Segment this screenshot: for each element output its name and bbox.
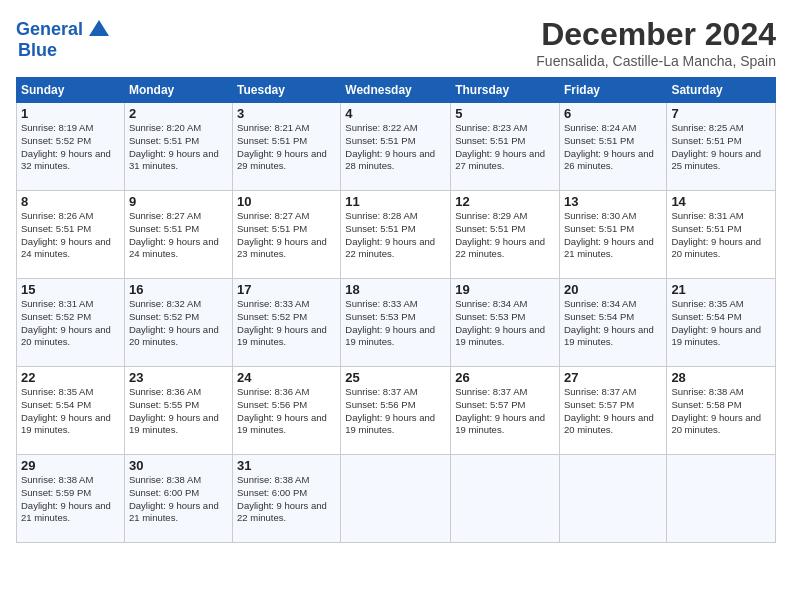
header-tuesday: Tuesday [233, 78, 341, 103]
day-number: 28 [671, 370, 771, 385]
day-number: 25 [345, 370, 446, 385]
calendar-cell: 6Sunrise: 8:24 AMSunset: 5:51 PMDaylight… [559, 103, 666, 191]
day-number: 3 [237, 106, 336, 121]
calendar-cell [559, 455, 666, 543]
page-header: General Blue December 2024 Fuensalida, C… [16, 16, 776, 69]
calendar-cell: 24Sunrise: 8:36 AMSunset: 5:56 PMDayligh… [233, 367, 341, 455]
header-monday: Monday [124, 78, 232, 103]
calendar-cell: 2Sunrise: 8:20 AMSunset: 5:51 PMDaylight… [124, 103, 232, 191]
day-number: 29 [21, 458, 120, 473]
day-info: Sunrise: 8:37 AMSunset: 5:57 PMDaylight:… [455, 386, 555, 437]
day-number: 13 [564, 194, 662, 209]
day-number: 18 [345, 282, 446, 297]
day-number: 19 [455, 282, 555, 297]
day-info: Sunrise: 8:23 AMSunset: 5:51 PMDaylight:… [455, 122, 555, 173]
day-number: 5 [455, 106, 555, 121]
calendar-cell: 15Sunrise: 8:31 AMSunset: 5:52 PMDayligh… [17, 279, 125, 367]
location: Fuensalida, Castille-La Mancha, Spain [536, 53, 776, 69]
day-info: Sunrise: 8:25 AMSunset: 5:51 PMDaylight:… [671, 122, 771, 173]
day-number: 12 [455, 194, 555, 209]
day-info: Sunrise: 8:22 AMSunset: 5:51 PMDaylight:… [345, 122, 446, 173]
calendar-cell [451, 455, 560, 543]
logo-icon [85, 16, 113, 44]
calendar-table: Sunday Monday Tuesday Wednesday Thursday… [16, 77, 776, 543]
day-number: 30 [129, 458, 228, 473]
day-number: 10 [237, 194, 336, 209]
calendar-week-4: 22Sunrise: 8:35 AMSunset: 5:54 PMDayligh… [17, 367, 776, 455]
day-info: Sunrise: 8:30 AMSunset: 5:51 PMDaylight:… [564, 210, 662, 261]
day-info: Sunrise: 8:37 AMSunset: 5:56 PMDaylight:… [345, 386, 446, 437]
calendar-cell: 17Sunrise: 8:33 AMSunset: 5:52 PMDayligh… [233, 279, 341, 367]
calendar-cell: 9Sunrise: 8:27 AMSunset: 5:51 PMDaylight… [124, 191, 232, 279]
calendar-cell: 13Sunrise: 8:30 AMSunset: 5:51 PMDayligh… [559, 191, 666, 279]
calendar-cell: 3Sunrise: 8:21 AMSunset: 5:51 PMDaylight… [233, 103, 341, 191]
calendar-header-row: Sunday Monday Tuesday Wednesday Thursday… [17, 78, 776, 103]
day-info: Sunrise: 8:27 AMSunset: 5:51 PMDaylight:… [129, 210, 228, 261]
calendar-cell: 1Sunrise: 8:19 AMSunset: 5:52 PMDaylight… [17, 103, 125, 191]
header-wednesday: Wednesday [341, 78, 451, 103]
day-number: 1 [21, 106, 120, 121]
calendar-cell: 16Sunrise: 8:32 AMSunset: 5:52 PMDayligh… [124, 279, 232, 367]
day-info: Sunrise: 8:34 AMSunset: 5:53 PMDaylight:… [455, 298, 555, 349]
page-container: General Blue December 2024 Fuensalida, C… [0, 0, 792, 551]
day-info: Sunrise: 8:33 AMSunset: 5:52 PMDaylight:… [237, 298, 336, 349]
calendar-cell [667, 455, 776, 543]
calendar-cell: 29Sunrise: 8:38 AMSunset: 5:59 PMDayligh… [17, 455, 125, 543]
logo: General Blue [16, 16, 113, 61]
day-info: Sunrise: 8:38 AMSunset: 5:59 PMDaylight:… [21, 474, 120, 525]
day-number: 6 [564, 106, 662, 121]
day-number: 15 [21, 282, 120, 297]
calendar-week-2: 8Sunrise: 8:26 AMSunset: 5:51 PMDaylight… [17, 191, 776, 279]
calendar-cell: 20Sunrise: 8:34 AMSunset: 5:54 PMDayligh… [559, 279, 666, 367]
day-info: Sunrise: 8:38 AMSunset: 6:00 PMDaylight:… [237, 474, 336, 525]
calendar-cell: 28Sunrise: 8:38 AMSunset: 5:58 PMDayligh… [667, 367, 776, 455]
day-number: 23 [129, 370, 228, 385]
calendar-cell: 26Sunrise: 8:37 AMSunset: 5:57 PMDayligh… [451, 367, 560, 455]
day-info: Sunrise: 8:26 AMSunset: 5:51 PMDaylight:… [21, 210, 120, 261]
calendar-cell: 22Sunrise: 8:35 AMSunset: 5:54 PMDayligh… [17, 367, 125, 455]
day-info: Sunrise: 8:38 AMSunset: 6:00 PMDaylight:… [129, 474, 228, 525]
calendar-cell: 5Sunrise: 8:23 AMSunset: 5:51 PMDaylight… [451, 103, 560, 191]
calendar-week-5: 29Sunrise: 8:38 AMSunset: 5:59 PMDayligh… [17, 455, 776, 543]
calendar-cell: 23Sunrise: 8:36 AMSunset: 5:55 PMDayligh… [124, 367, 232, 455]
day-info: Sunrise: 8:29 AMSunset: 5:51 PMDaylight:… [455, 210, 555, 261]
calendar-cell: 19Sunrise: 8:34 AMSunset: 5:53 PMDayligh… [451, 279, 560, 367]
calendar-cell: 11Sunrise: 8:28 AMSunset: 5:51 PMDayligh… [341, 191, 451, 279]
day-info: Sunrise: 8:31 AMSunset: 5:52 PMDaylight:… [21, 298, 120, 349]
day-number: 17 [237, 282, 336, 297]
calendar-cell: 4Sunrise: 8:22 AMSunset: 5:51 PMDaylight… [341, 103, 451, 191]
month-title: December 2024 [536, 16, 776, 53]
day-number: 2 [129, 106, 228, 121]
day-number: 24 [237, 370, 336, 385]
day-number: 27 [564, 370, 662, 385]
day-number: 4 [345, 106, 446, 121]
logo-text: General [16, 20, 83, 40]
day-info: Sunrise: 8:34 AMSunset: 5:54 PMDaylight:… [564, 298, 662, 349]
day-info: Sunrise: 8:27 AMSunset: 5:51 PMDaylight:… [237, 210, 336, 261]
day-info: Sunrise: 8:20 AMSunset: 5:51 PMDaylight:… [129, 122, 228, 173]
day-number: 26 [455, 370, 555, 385]
header-thursday: Thursday [451, 78, 560, 103]
day-number: 31 [237, 458, 336, 473]
day-info: Sunrise: 8:19 AMSunset: 5:52 PMDaylight:… [21, 122, 120, 173]
day-number: 16 [129, 282, 228, 297]
title-section: December 2024 Fuensalida, Castille-La Ma… [536, 16, 776, 69]
day-info: Sunrise: 8:35 AMSunset: 5:54 PMDaylight:… [21, 386, 120, 437]
calendar-cell: 7Sunrise: 8:25 AMSunset: 5:51 PMDaylight… [667, 103, 776, 191]
day-info: Sunrise: 8:33 AMSunset: 5:53 PMDaylight:… [345, 298, 446, 349]
calendar-cell: 30Sunrise: 8:38 AMSunset: 6:00 PMDayligh… [124, 455, 232, 543]
calendar-cell: 25Sunrise: 8:37 AMSunset: 5:56 PMDayligh… [341, 367, 451, 455]
header-friday: Friday [559, 78, 666, 103]
calendar-cell: 18Sunrise: 8:33 AMSunset: 5:53 PMDayligh… [341, 279, 451, 367]
day-number: 8 [21, 194, 120, 209]
day-info: Sunrise: 8:36 AMSunset: 5:56 PMDaylight:… [237, 386, 336, 437]
calendar-week-1: 1Sunrise: 8:19 AMSunset: 5:52 PMDaylight… [17, 103, 776, 191]
day-number: 11 [345, 194, 446, 209]
calendar-cell: 27Sunrise: 8:37 AMSunset: 5:57 PMDayligh… [559, 367, 666, 455]
day-number: 9 [129, 194, 228, 209]
day-info: Sunrise: 8:37 AMSunset: 5:57 PMDaylight:… [564, 386, 662, 437]
calendar-cell: 10Sunrise: 8:27 AMSunset: 5:51 PMDayligh… [233, 191, 341, 279]
day-number: 20 [564, 282, 662, 297]
calendar-week-3: 15Sunrise: 8:31 AMSunset: 5:52 PMDayligh… [17, 279, 776, 367]
day-number: 22 [21, 370, 120, 385]
